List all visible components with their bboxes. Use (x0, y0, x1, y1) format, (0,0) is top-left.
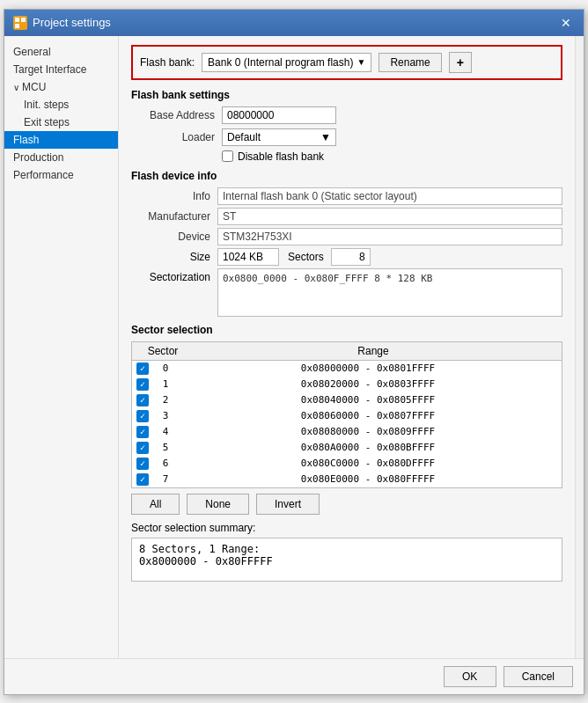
sector-table-header: Sector Range (132, 342, 562, 361)
main-content: Flash bank: Bank 0 (Internal program fla… (119, 36, 575, 658)
sector-number: 3 (152, 410, 179, 421)
sector-number: 6 (152, 458, 179, 469)
sector-checkbox-checked[interactable]: ✓ (136, 473, 149, 486)
close-button[interactable]: ✕ (557, 14, 575, 32)
range-col-header: Range (189, 345, 557, 357)
flash-bank-settings-title: Flash bank settings (131, 89, 562, 101)
table-row: ✓10x08020000 - 0x0803FFFF (132, 377, 562, 392)
loader-row: Loader Default ▼ (131, 128, 562, 146)
table-row: ✓00x08000000 - 0x0801FFFF (132, 361, 562, 377)
sector-range: 0x080A0000 - 0x080BFFFF (179, 442, 557, 453)
sector-range: 0x080C0000 - 0x080DFFFF (179, 458, 557, 469)
base-address-input[interactable]: 08000000 (222, 106, 336, 124)
sector-rows: ✓00x08000000 - 0x0801FFFF✓10x08020000 - … (132, 361, 562, 487)
sector-range: 0x08080000 - 0x0809FFFF (179, 426, 557, 437)
table-row: ✓50x080A0000 - 0x080BFFFF (132, 440, 562, 456)
sector-range: 0x08020000 - 0x0803FFFF (179, 378, 557, 390)
sidebar-item-target-interface[interactable]: Target Interface (4, 61, 118, 78)
sector-checkbox-checked[interactable]: ✓ (136, 394, 149, 406)
table-row: ✓70x080E0000 - 0x080FFFFF (132, 472, 562, 487)
dialog-body: General Target Interface ∨ MCU Init. ste… (4, 36, 584, 658)
summary-label: Sector selection summary: (131, 522, 562, 534)
size-sectors-row: Size 1024 KB Sectors 8 (131, 248, 562, 266)
flash-bank-dropdown[interactable]: Bank 0 (Internal program flash) ▼ (202, 53, 371, 72)
svg-rect-0 (15, 18, 19, 22)
size-label: Size (131, 251, 210, 263)
loader-label: Loader (131, 131, 215, 143)
manufacturer-label: Manufacturer (131, 210, 210, 223)
performance-label: Performance (13, 169, 74, 181)
svg-rect-2 (15, 24, 19, 28)
sidebar-item-production[interactable]: Production (4, 149, 118, 166)
device-label: Device (131, 231, 210, 243)
sector-number: 7 (152, 473, 179, 485)
init-steps-label: Init. steps (24, 99, 69, 111)
sector-selection-section: Sector selection Sector Range ✓00x080000… (131, 324, 562, 582)
all-button[interactable]: All (131, 494, 180, 515)
flash-label: Flash (13, 134, 39, 146)
table-row: ✓40x08080000 - 0x0809FFFF (132, 424, 562, 440)
flash-bank-value: Bank 0 (Internal program flash) (208, 56, 353, 69)
sector-checkbox-checked[interactable]: ✓ (136, 378, 149, 391)
sidebar-item-flash[interactable]: Flash (4, 131, 118, 149)
manufacturer-value: ST (217, 208, 562, 225)
dialog-title: Project settings (33, 16, 111, 29)
sidebar-item-mcu[interactable]: ∨ MCU (4, 78, 118, 96)
scrollbar[interactable] (575, 36, 584, 658)
sidebar-item-init-steps[interactable]: Init. steps (4, 96, 118, 114)
disable-flash-bank-checkbox[interactable] (222, 150, 233, 162)
exit-steps-label: Exit steps (24, 116, 70, 128)
title-bar: Project settings ✕ (4, 10, 584, 36)
sectorization-row: Sectorization 0x0800_0000 - 0x080F_FFFF … (131, 268, 562, 317)
base-address-label: Base Address (131, 109, 215, 121)
sector-checkbox-checked[interactable]: ✓ (136, 426, 149, 438)
flash-bank-row: Flash bank: Bank 0 (Internal program fla… (131, 45, 562, 80)
info-value: Internal flash bank 0 (Static sector lay… (217, 187, 562, 205)
sector-checkbox-checked[interactable]: ✓ (136, 362, 149, 375)
project-settings-dialog: Project settings ✕ General Target Interf… (4, 9, 584, 695)
general-label: General (13, 46, 51, 58)
cancel-button[interactable]: Cancel (503, 666, 573, 687)
table-row: ✓30x08060000 - 0x0807FFFF (132, 408, 562, 424)
sectorization-label: Sectorization (131, 268, 210, 283)
base-address-value: 08000000 (227, 109, 274, 121)
sector-checkbox-checked[interactable]: ✓ (136, 442, 149, 454)
table-row: ✓60x080C0000 - 0x080DFFFF (132, 456, 562, 472)
sector-selection-title: Sector selection (131, 324, 562, 336)
base-address-row: Base Address 08000000 (131, 106, 562, 124)
flash-bank-arrow-icon: ▼ (356, 57, 365, 67)
disable-flash-bank-row: Disable flash bank (222, 150, 562, 163)
device-row: Device STM32H753XI (131, 228, 562, 245)
sector-number: 0 (152, 362, 179, 374)
summary-value: 8 Sectors, 1 Range:0x8000000 - 0x80FFFFF (131, 538, 562, 582)
rename-button[interactable]: Rename (379, 53, 441, 72)
info-row: Info Internal flash bank 0 (Static secto… (131, 187, 562, 205)
sector-checkbox-checked[interactable]: ✓ (136, 458, 149, 470)
sector-checkbox-checked[interactable]: ✓ (136, 410, 149, 422)
sectors-label: Sectors (288, 251, 324, 263)
sector-number: 2 (152, 394, 179, 406)
sidebar: General Target Interface ∨ MCU Init. ste… (4, 36, 119, 658)
invert-button[interactable]: Invert (256, 494, 320, 515)
sector-range: 0x080E0000 - 0x080FFFFF (179, 473, 557, 485)
size-value: 1024 KB (217, 248, 279, 266)
none-button[interactable]: None (187, 494, 249, 515)
disable-flash-bank-label: Disable flash bank (238, 150, 324, 163)
mcu-label: MCU (22, 81, 46, 93)
sector-range: 0x08000000 - 0x0801FFFF (179, 362, 557, 374)
sector-range: 0x08040000 - 0x0805FFFF (179, 394, 557, 406)
sector-number: 1 (152, 378, 179, 390)
ok-button[interactable]: OK (444, 666, 496, 687)
loader-dropdown[interactable]: Default ▼ (222, 128, 336, 146)
sector-col-header: Sector (136, 345, 189, 357)
loader-value: Default (227, 131, 261, 143)
svg-rect-1 (21, 18, 26, 22)
sidebar-item-general[interactable]: General (4, 43, 118, 61)
sidebar-item-exit-steps[interactable]: Exit steps (4, 114, 118, 131)
add-button[interactable]: + (449, 52, 472, 73)
mcu-expander: ∨ (13, 83, 22, 92)
sector-number: 5 (152, 442, 179, 453)
sector-table: Sector Range ✓00x08000000 - 0x0801FFFF✓1… (131, 341, 562, 488)
sidebar-item-performance[interactable]: Performance (4, 166, 118, 184)
summary-text: 8 Sectors, 1 Range:0x8000000 - 0x80FFFFF (139, 543, 273, 568)
